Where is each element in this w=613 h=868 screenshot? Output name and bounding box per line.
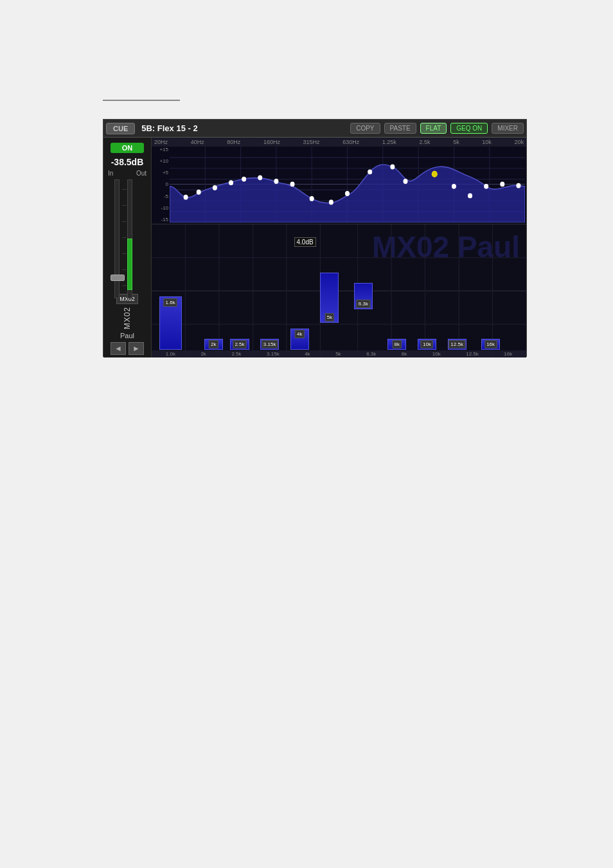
- geq-freq-2-5k: 2.5k: [231, 351, 241, 357]
- freq-630hz: 630Hz: [342, 139, 359, 145]
- panel-title: 5B: Flex 15 - 2: [139, 123, 346, 133]
- cue-button[interactable]: CUE: [106, 123, 135, 134]
- db-0: 0: [152, 181, 168, 187]
- on-button[interactable]: ON: [111, 143, 144, 153]
- svg-point-27: [368, 170, 372, 174]
- watermark: MX02 Paul: [372, 230, 520, 264]
- band-6-3k-label[interactable]: 6.3k: [357, 300, 370, 308]
- band-3-15k-bar[interactable]: 3.15k: [260, 339, 279, 350]
- svg-point-33: [484, 184, 488, 188]
- in-label: In: [108, 170, 113, 177]
- db-5: +5: [152, 170, 168, 176]
- band-2-5k-bar[interactable]: 2.5k: [230, 339, 249, 350]
- band-5k-label[interactable]: 5k: [325, 313, 334, 321]
- copy-button[interactable]: COPY: [350, 123, 380, 134]
- out-label: Out: [136, 170, 147, 177]
- freq-160hz: 160Hz: [263, 139, 280, 145]
- fader-mark: —: [122, 235, 127, 239]
- geq-freq-6-3k: 6.3k: [366, 351, 376, 357]
- band-4k-label[interactable]: 4k: [295, 330, 304, 338]
- svg-point-18: [213, 186, 217, 190]
- geq-freq-3-15k: 3.15k: [267, 351, 280, 357]
- band-2k-bar[interactable]: 2k: [204, 339, 223, 350]
- geq-freq-4k: 4k: [305, 351, 310, 357]
- band-5k-bar[interactable]: 5k: [320, 273, 339, 323]
- toolbar: CUE 5B: Flex 15 - 2 COPY PASTE FLAT GEQ …: [103, 120, 526, 138]
- geq-freq-2k: 2k: [200, 351, 206, 357]
- eq-curve-container: +15 +10 +5 0 -5 -10 -15: [170, 147, 525, 222]
- underline-decoration: [103, 100, 180, 101]
- geq-freq-12-5k: 12.5k: [466, 351, 479, 357]
- geq-freq-1k: 1.0k: [166, 351, 175, 357]
- fader-mark: —: [122, 203, 127, 207]
- band-8k-bar[interactable]: 8k: [387, 339, 406, 350]
- db-axis: +15 +10 +5 0 -5 -10 -15: [152, 147, 168, 222]
- band-4k-bar[interactable]: 4k: [290, 329, 309, 350]
- paste-button[interactable]: PASTE: [384, 123, 416, 134]
- eq-svg: [170, 147, 525, 222]
- eq-area: ON -38.5dB In Out — — — — — — —: [103, 138, 526, 357]
- band-10k-label[interactable]: 10k: [421, 340, 433, 348]
- db-15: +15: [152, 147, 168, 152]
- svg-point-35: [517, 183, 520, 188]
- fader-mark: —: [122, 251, 127, 255]
- db-display: -38.5dB: [111, 157, 144, 167]
- geq-panel: 20Hz 40Hz 80Hz 160Hz 315Hz 630Hz 1.25k 2…: [152, 138, 526, 357]
- band-1-6k-label[interactable]: 1.6k: [164, 298, 177, 307]
- geq-bands-section: MX02 Paul 1.0k 2k 2.5k 3.15k 4k 5k 6.3k …: [152, 224, 526, 357]
- svg-point-23: [290, 182, 294, 186]
- band-12-5k-bar[interactable]: 12.5k: [448, 339, 466, 350]
- geq-freq-8k: 8k: [402, 351, 407, 357]
- channel-name-vertical: MX02: [123, 307, 132, 329]
- svg-point-30: [432, 171, 437, 177]
- fader-mark: —: [122, 186, 127, 191]
- nav-arrows: ◄ ►: [111, 342, 144, 355]
- svg-point-26: [345, 192, 349, 196]
- svg-point-28: [391, 165, 395, 169]
- geq-grid: [152, 224, 526, 357]
- svg-point-19: [229, 181, 233, 185]
- fader-mark: —: [122, 283, 127, 287]
- freq-5k: 5k: [453, 139, 459, 145]
- freq-graph: 20Hz 40Hz 80Hz 160Hz 315Hz 630Hz 1.25k 2…: [152, 138, 526, 224]
- freq-315hz: 315Hz: [303, 139, 320, 145]
- band-2-5k-label[interactable]: 2.5k: [233, 340, 246, 348]
- db-neg10: -10: [152, 205, 168, 211]
- fader-mark: —: [122, 267, 127, 271]
- freq-1-25k: 1.25k: [382, 139, 396, 145]
- geq-freq-axis: 1.0k 2k 2.5k 3.15k 4k 5k 6.3k 8k 10k 12.…: [152, 350, 526, 357]
- band-6-3k-bar[interactable]: 6.3k: [354, 283, 373, 309]
- band-3-15k-label[interactable]: 3.15k: [262, 340, 278, 348]
- band-10k-bar[interactable]: 10k: [418, 339, 436, 350]
- svg-point-22: [274, 179, 278, 184]
- svg-point-24: [310, 197, 314, 201]
- prev-arrow[interactable]: ◄: [111, 342, 126, 355]
- channel-bottom-label: Paul: [120, 332, 134, 339]
- svg-point-29: [404, 179, 407, 184]
- band-16k-label[interactable]: 16k: [484, 340, 497, 348]
- geq-freq-5k: 5k: [335, 351, 341, 357]
- geq-freq-10k: 10k: [432, 351, 441, 357]
- geq-on-button[interactable]: GEQ ON: [450, 123, 488, 134]
- mixer-button[interactable]: MIXER: [492, 123, 524, 134]
- next-arrow[interactable]: ►: [129, 342, 144, 355]
- db-neg5: -5: [152, 194, 168, 199]
- geq-freq-16k: 16k: [504, 351, 512, 357]
- band-16k-bar[interactable]: 16k: [481, 339, 500, 350]
- band-2k-label[interactable]: 2k: [209, 340, 218, 348]
- band-12-5k-label[interactable]: 12.5k: [449, 340, 465, 348]
- freq-axis-top: 20Hz 40Hz 80Hz 160Hz 315Hz 630Hz 1.25k 2…: [152, 138, 526, 147]
- freq-20hz: 20Hz: [154, 139, 168, 145]
- freq-20k: 20k: [514, 139, 524, 145]
- flat-button[interactable]: FLAT: [420, 123, 447, 134]
- band-1-6k-bar[interactable]: 1.6k: [159, 296, 182, 350]
- svg-point-17: [197, 190, 200, 194]
- out-fader-level: [127, 239, 132, 290]
- db-neg15: -15: [152, 217, 168, 222]
- svg-point-16: [184, 195, 188, 199]
- svg-point-20: [242, 177, 246, 181]
- db-10: +10: [152, 158, 168, 164]
- channel-strip: ON -38.5dB In Out — — — — — — —: [103, 138, 152, 357]
- in-fader-handle[interactable]: [111, 275, 125, 281]
- band-8k-label[interactable]: 8k: [393, 340, 402, 348]
